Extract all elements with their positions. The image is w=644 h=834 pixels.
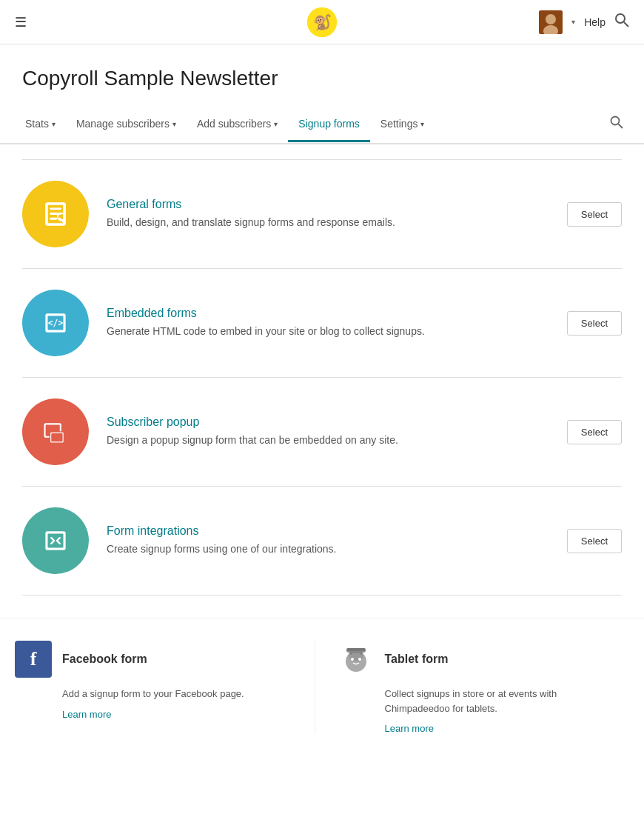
integrations-forms-select-button[interactable]: Select <box>567 529 622 553</box>
tablet-learn-more-link[interactable]: Learn more <box>385 723 615 734</box>
bottom-section: f Facebook form Add a signup form to you… <box>0 618 644 756</box>
nav-manage-label: Manage subscribers <box>76 118 170 130</box>
nav-search-icon[interactable] <box>604 105 629 143</box>
stats-chevron-icon: ▾ <box>52 120 56 128</box>
integrations-forms-title[interactable]: Form integrations <box>107 524 552 538</box>
top-header: ☰ 🐒 ▾ Help <box>0 0 644 44</box>
facebook-card-desc: Add a signup form to your Facebook page. <box>62 687 292 701</box>
facebook-icon: f <box>15 641 52 678</box>
form-option-embedded: </> Embedded forms Generate HTML code to… <box>22 269 622 378</box>
svg-point-3 <box>546 14 556 24</box>
form-integrations-icon <box>22 507 89 574</box>
tablet-card-header: Tablet form <box>338 641 615 678</box>
svg-rect-13 <box>50 218 57 220</box>
header-center: 🐒 <box>307 7 337 37</box>
popup-forms-desc: Design a popup signup form that can be e… <box>107 433 552 448</box>
header-right: ▾ Help <box>539 10 629 34</box>
svg-text:🐒: 🐒 <box>313 13 332 31</box>
general-forms-info: General forms Build, design, and transla… <box>107 198 552 230</box>
svg-rect-23 <box>48 533 64 547</box>
avatar[interactable] <box>539 10 563 34</box>
svg-point-5 <box>616 14 625 23</box>
form-option-integrations: Form integrations Create signup forms us… <box>22 487 622 596</box>
facebook-learn-more-link[interactable]: Learn more <box>62 709 292 720</box>
embedded-forms-icon: </> <box>22 290 89 356</box>
popup-forms-title[interactable]: Subscriber popup <box>107 416 552 429</box>
embedded-forms-info: Embedded forms Generate HTML code to emb… <box>107 307 552 339</box>
tablet-card-title: Tablet form <box>385 653 449 666</box>
embedded-forms-title[interactable]: Embedded forms <box>107 307 552 320</box>
svg-point-26 <box>351 658 354 661</box>
general-forms-title[interactable]: General forms <box>107 198 552 211</box>
integrations-forms-desc: Create signup forms using one of our int… <box>107 542 552 557</box>
tablet-form-card: Tablet form Collect signups in store or … <box>315 641 623 734</box>
nav-stats-label: Stats <box>25 118 49 130</box>
page-title: Copyroll Sample Newsletter <box>22 67 622 90</box>
svg-text:</>: </> <box>48 318 64 328</box>
subscriber-popup-icon <box>22 398 89 465</box>
facebook-card-header: f Facebook form <box>15 641 292 678</box>
nav-bar: Stats ▾ Manage subscribers ▾ Add subscri… <box>0 105 644 144</box>
nav-item-add-subscribers[interactable]: Add subscribers ▾ <box>187 107 288 142</box>
general-forms-desc: Build, design, and translate signup form… <box>107 216 552 230</box>
svg-rect-21 <box>51 433 62 441</box>
search-icon[interactable] <box>614 13 629 31</box>
nav-signup-label: Signup forms <box>298 118 359 130</box>
logo: 🐒 <box>307 7 337 37</box>
avatar-chevron-icon[interactable]: ▾ <box>571 18 575 26</box>
svg-point-7 <box>611 117 620 125</box>
form-option-popup: Subscriber popup Design a popup signup f… <box>22 378 622 487</box>
nav-settings-label: Settings <box>380 118 418 130</box>
facebook-form-card: f Facebook form Add a signup form to you… <box>15 641 315 734</box>
svg-rect-11 <box>50 207 61 210</box>
popup-forms-select-button[interactable]: Select <box>567 420 622 444</box>
nav-item-stats[interactable]: Stats ▾ <box>15 107 66 142</box>
nav-item-manage-subscribers[interactable]: Manage subscribers ▾ <box>66 107 187 142</box>
form-option-general: General forms Build, design, and transla… <box>22 159 622 269</box>
svg-line-6 <box>624 22 628 27</box>
integrations-forms-info: Form integrations Create signup forms us… <box>107 524 552 557</box>
general-forms-select-button[interactable]: Select <box>567 202 622 227</box>
facebook-card-title: Facebook form <box>62 653 147 666</box>
embedded-forms-select-button[interactable]: Select <box>567 311 622 336</box>
content-area: General forms Build, design, and transla… <box>0 144 644 610</box>
help-link[interactable]: Help <box>584 16 606 28</box>
svg-point-27 <box>358 658 361 661</box>
tablet-icon <box>338 641 375 678</box>
embedded-forms-desc: Generate HTML code to embed in your site… <box>107 324 552 339</box>
tablet-card-desc: Collect signups in store or at events wi… <box>385 687 615 715</box>
svg-rect-29 <box>346 648 366 651</box>
nav-add-label: Add subscribers <box>197 118 271 130</box>
general-forms-icon <box>22 181 89 247</box>
popup-forms-info: Subscriber popup Design a popup signup f… <box>107 416 552 448</box>
settings-chevron-icon: ▾ <box>420 120 424 128</box>
mailchimp-logo-svg: 🐒 <box>307 7 337 37</box>
user-avatar-svg <box>539 10 563 34</box>
hamburger-icon[interactable]: ☰ <box>15 14 27 30</box>
add-chevron-icon: ▾ <box>274 120 278 128</box>
nav-item-signup-forms[interactable]: Signup forms <box>288 107 369 142</box>
manage-chevron-icon: ▾ <box>172 120 176 128</box>
header-left: ☰ <box>15 14 27 30</box>
page-title-section: Copyroll Sample Newsletter <box>0 44 644 105</box>
nav-item-settings[interactable]: Settings ▾ <box>370 107 435 142</box>
svg-line-8 <box>619 124 623 129</box>
